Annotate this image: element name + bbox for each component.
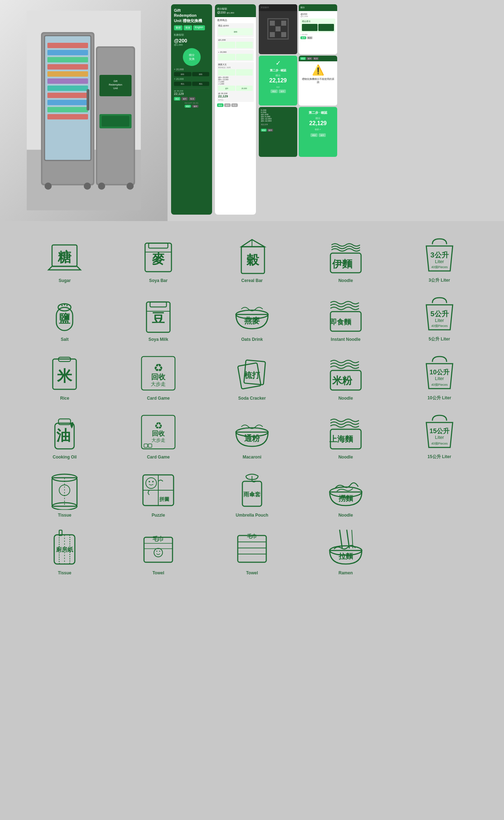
svg-point-31	[127, 183, 134, 190]
svg-text:15公升: 15公升	[430, 427, 450, 435]
svg-rect-10	[47, 64, 88, 70]
svg-rect-36	[149, 243, 168, 248]
screenshot-confirm2: 第二步 · 確認 積分 22,129 你好 ✓ 確認 返回	[299, 107, 337, 157]
svg-rect-55	[150, 302, 166, 307]
svg-line-131	[347, 530, 349, 548]
vending-machine-icon: Gift Redemption Unit	[27, 11, 141, 210]
svg-marker-40	[241, 240, 264, 247]
svg-point-29	[84, 183, 91, 190]
top-section: Gift Redemption Unit GiftRedemptionUnit …	[0, 0, 504, 221]
svg-text:Liter: Liter	[435, 318, 444, 323]
svg-text:回收: 回收	[152, 430, 165, 437]
svg-text:3公升: 3公升	[430, 251, 449, 259]
svg-text:拉麵: 拉麵	[338, 552, 353, 560]
icon-lao-noodle: 撈麵 Noodle	[302, 471, 389, 518]
screenshot-qr: 掃描條件	[259, 4, 297, 54]
screenshot-points: 積分 @200 @1,000 禮品選項 + 20,000	[299, 4, 337, 54]
svg-rect-17	[47, 114, 88, 119]
svg-point-50	[61, 305, 63, 306]
svg-text:麥: 麥	[152, 252, 165, 266]
svg-text:Liter: Liter	[435, 259, 444, 264]
svg-text:♻: ♻	[154, 420, 163, 431]
icon-bag-5l: 5公升 Liter 40個Pieces 5公升 Liter	[396, 294, 483, 342]
icon-soda-cracker: 梳打 Soda Cracker	[209, 353, 295, 401]
svg-rect-13	[47, 86, 88, 91]
icon-puzzle: 拼圖 Puzzle	[115, 471, 202, 518]
svg-text:Redemption: Redemption	[109, 83, 122, 86]
svg-text:糖: 糖	[57, 250, 72, 265]
svg-rect-9	[47, 57, 88, 62]
svg-text:梳打: 梳打	[244, 371, 260, 380]
svg-point-105	[149, 481, 150, 482]
icon-bag-15l: 15公升 Liter 40個Pieces 15公升 Liter	[396, 412, 483, 460]
svg-text:拼圖: 拼圖	[159, 496, 169, 502]
svg-point-52	[66, 305, 68, 306]
icon-bag-3l: 3公升 Liter 40個Pieces 3公升 Liter	[396, 235, 483, 283]
ui-screenshots-panel: GiftRedemptionUnit 禮物兌換機 繁體 简体 English 點…	[168, 0, 504, 221]
screenshot-main: GiftRedemptionUnit 禮物兌換機 繁體 简体 English 點…	[171, 4, 212, 215]
svg-text:撈麵: 撈麵	[338, 494, 353, 502]
icon-umbrella-pouch: 雨傘套 Umbrella Pouch	[209, 471, 295, 518]
svg-rect-88	[148, 444, 152, 447]
machine-photo: Gift Redemption Unit	[0, 0, 168, 221]
svg-point-104	[146, 478, 156, 488]
icon-sugar: 糖 Sugar	[21, 235, 108, 283]
svg-text:米粉: 米粉	[332, 375, 353, 386]
svg-text:Liter: Liter	[435, 376, 444, 381]
icon-empty-r5c5	[396, 471, 483, 518]
svg-text:毛巾: 毛巾	[153, 535, 164, 542]
svg-text:豆: 豆	[152, 311, 165, 326]
svg-text:油: 油	[56, 427, 71, 443]
svg-text:5公升: 5公升	[430, 310, 449, 318]
svg-text:雨傘套: 雨傘套	[243, 491, 261, 497]
icon-macaroni: 通粉 Macaroni	[209, 412, 295, 460]
svg-text:鹽: 鹽	[59, 312, 71, 325]
svg-text:即食麵: 即食麵	[330, 318, 351, 326]
svg-text:Gift: Gift	[114, 80, 118, 82]
svg-text:廚房紙: 廚房紙	[56, 546, 73, 553]
icon-kitchen-tissue: 廚房紙 Tissue	[21, 528, 108, 575]
svg-point-51	[64, 304, 65, 306]
icon-towel-fold: 毛巾 Towel	[209, 528, 295, 575]
svg-rect-7	[47, 43, 88, 48]
svg-rect-11	[47, 71, 88, 77]
icon-rice-noodle: 米粉 Noodle	[302, 353, 389, 401]
icon-shanghai-noodle: 上海麵 Noodle	[302, 412, 389, 460]
icon-bag-10l: 10公升 Liter 40個Pieces 10公升 Liter	[396, 353, 483, 401]
svg-rect-87	[144, 444, 148, 447]
svg-text:伊麵: 伊麵	[332, 258, 353, 270]
icon-card-game: ♻ 回收 大步走 Card Game	[115, 353, 202, 401]
svg-rect-27	[99, 114, 132, 128]
screenshot-list2: 0-2000-500 @1,000 @1-5,000 @1-12,000 @1-…	[259, 107, 297, 157]
svg-rect-15	[47, 100, 88, 105]
svg-text:♻: ♻	[154, 362, 163, 374]
svg-text:大步走: 大步走	[151, 437, 165, 443]
icons-grid: 糖 Sugar 麥 Soya Bar	[21, 235, 483, 575]
icon-noodle-yi: 伊麵 Noodle	[302, 235, 389, 283]
svg-text:40個Pieces: 40個Pieces	[431, 442, 448, 445]
svg-rect-12	[47, 78, 88, 84]
svg-point-123	[159, 551, 160, 552]
icon-oats-drink: 燕麥 Oats Drink	[209, 294, 295, 342]
svg-text:大步走: 大步走	[151, 381, 166, 387]
svg-point-30	[98, 183, 105, 190]
icon-empty-r6c5	[396, 528, 483, 575]
svg-rect-14	[47, 93, 88, 98]
icon-tissue-roll: Tissue	[21, 471, 108, 518]
svg-text:10公升: 10公升	[430, 369, 450, 376]
svg-rect-81	[58, 419, 71, 425]
svg-line-130	[340, 530, 342, 548]
icon-rice: 米 Rice	[21, 353, 108, 401]
svg-text:40個Pieces: 40個Pieces	[431, 265, 448, 269]
screenshot-success: ✓ 第二步 · 確認 積分 22,129 你好 確認 返回	[259, 56, 297, 106]
screenshot-error: 確認 返回 取消 ⚠️ 禮物兌換機積分不能使用的原因	[299, 56, 337, 106]
svg-point-121	[154, 548, 163, 557]
icon-soya-milk: 豆 Soya Milk	[115, 294, 202, 342]
svg-text:40個Pieces: 40個Pieces	[431, 324, 448, 328]
icon-instant-noodle: 即食麵 Instant Noodle	[302, 294, 389, 342]
icon-card-game2: ♻ 回收 大步走 Card Game	[115, 412, 202, 460]
icon-cooking-oil: 油 Cooking Oil	[21, 412, 108, 460]
svg-point-28	[45, 183, 52, 190]
svg-point-106	[152, 481, 154, 482]
svg-point-122	[156, 551, 158, 552]
